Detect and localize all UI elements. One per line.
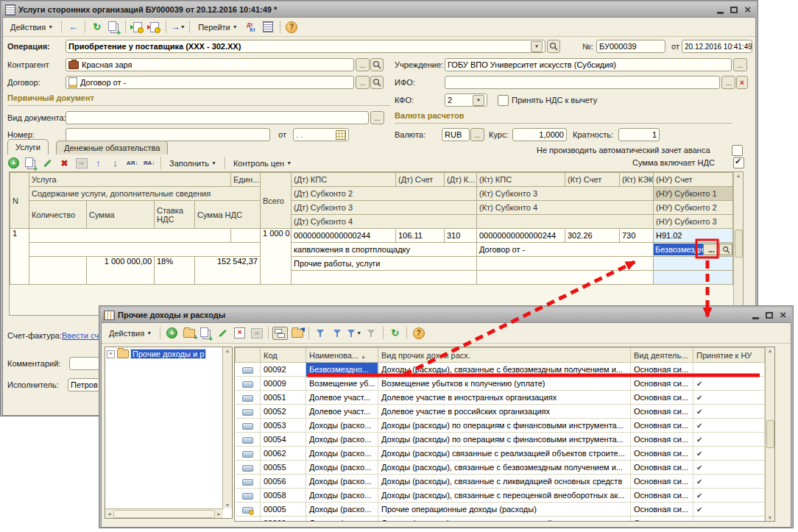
ifo-choose-button[interactable]: ... xyxy=(721,76,735,89)
item-name[interactable]: Доходы (расхо... xyxy=(306,503,378,517)
edit-row-icon[interactable] xyxy=(40,157,55,170)
item-kind[interactable]: Возмещение убытков к получению (уплате) xyxy=(378,377,631,391)
item-code[interactable]: 00055 xyxy=(261,461,306,475)
list-item[interactable]: 00054 Доходы (расхо... Доходы (расходы) … xyxy=(236,433,765,447)
institution-field[interactable]: ГОБУ ВПО Университет искусств (Субсидия) xyxy=(445,58,732,71)
col-header-kind[interactable]: Вид прочих дох. и расх. xyxy=(378,348,631,363)
item-name[interactable]: Возмещение уб... xyxy=(306,377,378,391)
col-header-service[interactable]: Услуга xyxy=(29,173,231,187)
list-item[interactable]: 00051 Долевое участ... Долевое участие в… xyxy=(236,391,765,405)
doc-type-choose-button[interactable]: ... xyxy=(370,111,384,124)
cell-dt-k[interactable]: 310 xyxy=(445,229,477,243)
item-name[interactable]: Долевое участ... xyxy=(306,391,378,405)
col-header-sum[interactable]: Сумма xyxy=(87,201,155,229)
dt-kt-icon[interactable]: ДтКт xyxy=(244,21,259,34)
close-icon[interactable]: × xyxy=(744,5,751,14)
item-nu-accepted[interactable]: ✔ xyxy=(693,489,765,503)
cell-dt-sub3[interactable]: Прочие работы, услуги xyxy=(292,257,477,271)
col-header-kt-account[interactable]: (Кт) Счет xyxy=(565,173,620,187)
item-activity[interactable]: Основная си... xyxy=(631,363,693,377)
item-kind[interactable]: Доходы (расходы), связанные с переоценко… xyxy=(378,489,631,503)
item-name[interactable]: Доходы (расхо... xyxy=(306,447,378,461)
hierarchy-view-icon[interactable] xyxy=(272,327,288,340)
item-icon-cell[interactable] xyxy=(236,503,261,517)
col-header-kt-kps[interactable]: (Кт) КПС xyxy=(477,173,565,187)
cell-nu-sub2[interactable] xyxy=(654,257,733,271)
item-kind[interactable]: Доходы (расходы), связанные с безвозмезд… xyxy=(378,461,631,475)
tab-monetary-obligations[interactable]: Денежные обязательства xyxy=(56,141,168,155)
col-header-dt-k[interactable]: (Дт) К... xyxy=(445,173,477,187)
col-header-kt-kek[interactable]: (Кт) КЭК xyxy=(620,173,654,187)
tree-vscroll[interactable]: ▲▼ xyxy=(222,347,232,508)
currency-field[interactable]: RUB xyxy=(442,128,470,141)
cell-vat-rate[interactable]: 18% xyxy=(155,257,195,285)
sort-asc-icon[interactable]: АЯ↓ xyxy=(124,157,140,170)
primary-number-field[interactable] xyxy=(66,128,270,141)
institution-choose-button[interactable]: ... xyxy=(733,58,747,71)
services-table-vscroll[interactable]: ▲▼ xyxy=(733,172,743,315)
ifo-field[interactable] xyxy=(445,76,720,89)
report-structure-icon[interactable] xyxy=(261,21,276,34)
item-activity[interactable]: Основная си... xyxy=(631,433,693,447)
edit-item-icon[interactable] xyxy=(215,327,230,340)
ifo-clear-button[interactable]: × xyxy=(736,76,748,89)
minimize-icon[interactable] xyxy=(752,317,759,319)
table-row[interactable]: капвложения в спортплощадку Договор от -… xyxy=(10,243,733,257)
item-code[interactable]: 00005 xyxy=(261,503,306,517)
item-nu-accepted[interactable]: ✔ xyxy=(693,433,765,447)
copy-icon[interactable] xyxy=(106,21,121,34)
list-item[interactable]: 00053 Доходы (расхо... Доходы (расходы) … xyxy=(236,419,765,433)
item-nu-accepted[interactable] xyxy=(693,363,765,377)
primary-date-field[interactable]: . . xyxy=(293,128,349,141)
doc-type-field[interactable] xyxy=(66,111,369,124)
minimize-icon[interactable] xyxy=(717,12,724,14)
item-code[interactable]: 00053 xyxy=(261,419,306,433)
item-icon-cell[interactable] xyxy=(236,405,261,419)
filter-settings-icon[interactable] xyxy=(330,327,345,340)
item-icon-cell[interactable] xyxy=(236,377,261,391)
col-header-unit[interactable]: Един... xyxy=(231,173,261,187)
col-header-total[interactable]: Всего xyxy=(261,173,292,229)
contract-choose-button[interactable]: ... xyxy=(356,76,370,89)
save-close-icon[interactable]: ← xyxy=(66,21,81,34)
item-activity[interactable]: Основная си... xyxy=(631,377,693,391)
unpost-document-icon[interactable] xyxy=(146,21,162,34)
delete-row-icon[interactable]: ✖ xyxy=(57,157,72,170)
item-icon-cell[interactable] xyxy=(236,363,261,377)
list-item[interactable]: 00056 Доходы (расхо... Доходы (расходы),… xyxy=(236,475,765,489)
item-code[interactable]: 00092 xyxy=(261,363,306,377)
items-table-vscroll[interactable]: ▲▼ xyxy=(765,347,774,521)
item-kind[interactable]: Долевое участие в российских организация… xyxy=(378,405,631,419)
col-header-name[interactable]: Наименова...▲ xyxy=(306,348,378,363)
cell-kt-sub3[interactable]: Договор от - xyxy=(477,243,654,257)
calendar-icon[interactable] xyxy=(336,130,346,140)
item-nu-accepted[interactable]: ✔ xyxy=(693,503,765,517)
item-activity[interactable]: Основная си... xyxy=(631,475,693,489)
col-header-dt-account[interactable]: (Дт) Счет xyxy=(396,173,445,187)
item-name[interactable]: Доходы (расхо... xyxy=(306,489,378,503)
item-code[interactable]: 00062 xyxy=(261,447,306,461)
col-header-vat-rate[interactable]: Ставка НДС xyxy=(155,201,195,229)
cell-dt-sub2[interactable]: капвложения в спортплощадку xyxy=(292,243,477,257)
close-icon[interactable]: × xyxy=(780,311,786,319)
item-nu-accepted[interactable]: ✔ xyxy=(693,447,765,461)
col-header-code[interactable]: Код xyxy=(261,348,306,363)
item-icon-cell[interactable] xyxy=(236,475,261,489)
nu-sub1-edit-value[interactable]: Безвозмездное по xyxy=(654,244,703,255)
item-name[interactable]: Доходы (расхо... xyxy=(306,419,378,433)
col-header-dt-sub2[interactable]: (Дт) Субконто 2 xyxy=(292,187,477,201)
post-document-icon[interactable] xyxy=(130,21,145,34)
table-row[interactable]: 1 000 000,00 18% 152 542,37 Прочие работ… xyxy=(10,257,733,271)
item-activity[interactable]: Основная си... xyxy=(631,447,693,461)
tree-root-label[interactable]: Прочие доходы и р xyxy=(131,350,205,358)
col-header-nu-sub3[interactable]: (НУ) Субконто 3 xyxy=(654,215,733,229)
counterparty-field[interactable]: Красная заря xyxy=(66,58,354,71)
goto-button[interactable]: Перейти▼ xyxy=(194,21,242,33)
item-nu-accepted[interactable]: ✔ xyxy=(693,517,765,522)
item-icon-cell[interactable] xyxy=(236,447,261,461)
item-activity[interactable]: Основная си... xyxy=(631,503,693,517)
cell-kt-account[interactable]: 302.26 xyxy=(565,229,620,243)
item-icon-cell[interactable] xyxy=(236,489,261,503)
col-header-qty[interactable]: Количество xyxy=(29,201,87,229)
rate-field[interactable]: 1,0000 xyxy=(512,128,567,141)
